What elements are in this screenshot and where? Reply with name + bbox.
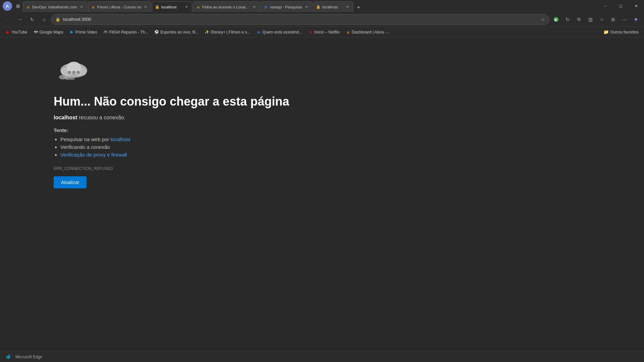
bookmarks-folder[interactable]: 📁 Outros favoritos xyxy=(601,28,641,36)
tab-close-xampp[interactable]: ✕ xyxy=(304,4,309,10)
tab-label-falha: Falha ao acessar o Localh... xyxy=(202,5,250,9)
titlebar: A ⊞ a DevOps: trabalhando com ✕ a Fórum … xyxy=(0,0,644,12)
edge-profile-icon[interactable]: ● xyxy=(631,14,641,25)
prime-favicon: ▶ xyxy=(69,30,74,35)
more-button[interactable]: ⋯ xyxy=(619,14,630,25)
bookmark-googlemaps-label: Google Maps xyxy=(39,30,63,35)
tab-localhost2[interactable]: 🔒 localhost ✕ xyxy=(313,1,353,12)
try-label: Tente: xyxy=(54,127,68,133)
folder-icon: 📁 xyxy=(603,29,609,35)
disney-favicon: ✨ xyxy=(205,30,209,35)
tab-falha[interactable]: a Falha ao acessar o Localh... ✕ xyxy=(193,1,260,12)
edge-logo-icon xyxy=(5,354,12,360)
tab-label-forum: Fórum | Alura - Cursos on xyxy=(97,5,141,9)
bottom-brand-label: Microsoft Edge xyxy=(15,355,42,359)
suggestion-connection: Verificando a conexão xyxy=(60,144,130,150)
minimize-button[interactable]: − xyxy=(598,0,613,12)
bookmark-alura[interactable]: a Dashboard | Alura -... xyxy=(343,28,392,37)
tab-favicon-localhost2: 🔒 xyxy=(316,5,321,9)
bookmark-esportes[interactable]: ⚽ Esportes ao vivo, fil... xyxy=(152,28,201,37)
toolbar-right: ▶ ↻ ⧉ ▥ ☆ ⊞ ⋯ ● xyxy=(551,14,641,25)
suggestion-localhost-link[interactable]: localhost xyxy=(110,136,130,142)
bookmark-googlemaps[interactable]: 🗺 Google Maps xyxy=(31,28,66,37)
svg-point-6 xyxy=(68,71,71,74)
error-code: ERR_CONNECTION_REFUSED xyxy=(54,166,113,171)
svg-point-7 xyxy=(72,71,75,74)
bookmarks-folder-label: Outros favoritos xyxy=(610,30,639,35)
svg-text:▶: ▶ xyxy=(555,18,557,21)
tab-close-devops[interactable]: ✕ xyxy=(79,4,84,10)
bookmark-disney[interactable]: ✨ Disney+ | Filmes e s... xyxy=(202,28,253,37)
extensions-button[interactable]: ▶ xyxy=(551,14,561,25)
tab-close-localhost2[interactable]: ✕ xyxy=(345,4,350,10)
bookmark-prime[interactable]: ▶ Prime Video xyxy=(67,28,100,37)
close-button[interactable]: ✕ xyxy=(629,0,644,12)
refresh-edge-icon[interactable]: ↻ xyxy=(562,14,573,25)
error-cloud-illustration xyxy=(54,58,94,84)
suggestion-search-text: Pesquisar na web por xyxy=(60,136,110,142)
tab-localhost[interactable]: 🔒 localhost ✕ xyxy=(152,1,192,12)
fitgirl-favicon: 🎮 xyxy=(103,30,108,35)
tab-favicon-falha: a xyxy=(196,5,201,9)
esportes-favicon: ⚽ xyxy=(154,30,159,35)
tab-favicon-forum: a xyxy=(91,5,96,9)
back-button[interactable]: ← xyxy=(3,14,13,25)
netflix-favicon: N xyxy=(308,30,313,35)
bookmark-quem[interactable]: m Quem está assistind... xyxy=(254,28,305,37)
favorites-button[interactable]: ☆ xyxy=(596,14,607,25)
tab-close-localhost[interactable]: ✕ xyxy=(184,4,189,10)
tab-grid-icon[interactable]: ⊞ xyxy=(13,1,23,11)
tab-xampp[interactable]: b xampp - Pesquisar ✕ xyxy=(261,1,312,12)
toolbar: ← → ↻ ⌂ 🔒 ☆ ▶ ↻ ⧉ ▥ ☆ ⊞ ⋯ ● xyxy=(0,12,644,27)
home-button[interactable]: ⌂ xyxy=(39,14,50,25)
tab-close-forum[interactable]: ✕ xyxy=(143,4,148,10)
tab-label-localhost2: localhost xyxy=(322,5,343,9)
favorites-star-icon[interactable]: ☆ xyxy=(541,17,545,22)
refresh-button[interactable]: ↻ xyxy=(27,14,38,25)
tabs-bar: a DevOps: trabalhando com ✕ a Fórum | Al… xyxy=(23,0,598,12)
reload-button[interactable]: Atualizar xyxy=(54,176,87,188)
bookmarks-bar: ▶ YouTube 🗺 Google Maps ▶ Prime Video 🎮 … xyxy=(0,27,644,38)
new-tab-button[interactable]: + xyxy=(354,3,363,12)
tab-forum[interactable]: a Fórum | Alura - Cursos on ✕ xyxy=(88,1,151,12)
suggestion-proxy: Verificação de proxy e firewall xyxy=(60,152,130,158)
tab-devops[interactable]: a DevOps: trabalhando com ✕ xyxy=(23,1,87,12)
split-screen-button[interactable]: ▥ xyxy=(585,14,596,25)
collections-button[interactable]: ⊞ xyxy=(608,14,619,25)
suggestion-proxy-link[interactable]: Verificação de proxy e firewall xyxy=(60,152,127,158)
bookmark-netflix-label: Início – Netflix xyxy=(314,30,339,35)
maximize-button[interactable]: ◻ xyxy=(613,0,629,12)
address-bar[interactable]: 🔒 ☆ xyxy=(51,14,549,25)
bookmark-fitgirl[interactable]: 🎮 FitGirl Repacks - Th... xyxy=(101,28,151,37)
bookmark-esportes-label: Esportes ao vivo, fil... xyxy=(160,30,199,35)
error-subtitle: localhost recusou a conexão. xyxy=(54,115,125,121)
svg-point-11 xyxy=(69,77,75,80)
tab-close-falha[interactable]: ✕ xyxy=(252,4,257,10)
lock-icon: 🔒 xyxy=(55,17,60,22)
tab-favicon-devops: a xyxy=(26,5,31,9)
suggestion-list: Pesquisar na web por localhost Verifican… xyxy=(54,136,130,160)
tab-label-devops: DevOps: trabalhando com xyxy=(32,5,77,9)
suggestion-search: Pesquisar na web por localhost xyxy=(60,136,130,142)
bookmark-netflix[interactable]: N Início – Netflix xyxy=(306,28,342,37)
error-subtitle-rest: recusou a conexão. xyxy=(77,115,125,120)
bookmark-alura-label: Dashboard | Alura -... xyxy=(352,30,389,35)
address-input[interactable] xyxy=(63,17,538,22)
bookmark-disney-label: Disney+ | Filmes e s... xyxy=(211,30,250,35)
window-controls: − ◻ ✕ xyxy=(598,0,644,12)
error-title: Hum... Não consigo chegar a esta página xyxy=(54,95,289,109)
error-host-bold: localhost xyxy=(54,115,77,120)
tab-sidebar-button[interactable]: ⧉ xyxy=(574,14,584,25)
profile-button[interactable]: A xyxy=(3,1,12,11)
svg-point-8 xyxy=(76,71,80,74)
bookmark-fitgirl-label: FitGirl Repacks - Th... xyxy=(109,30,148,35)
forward-button[interactable]: → xyxy=(15,14,25,25)
tab-label-xampp: xampp - Pesquisar xyxy=(270,5,302,9)
bottom-bar: Microsoft Edge xyxy=(0,351,644,362)
bookmark-quem-label: Quem está assistind... xyxy=(262,30,302,35)
tab-label-localhost: localhost xyxy=(161,5,182,9)
bookmark-youtube[interactable]: ▶ YouTube xyxy=(3,28,30,37)
quem-favicon: m xyxy=(256,30,261,35)
tab-favicon-localhost: 🔒 xyxy=(155,5,160,9)
bookmark-youtube-label: YouTube xyxy=(11,30,27,35)
